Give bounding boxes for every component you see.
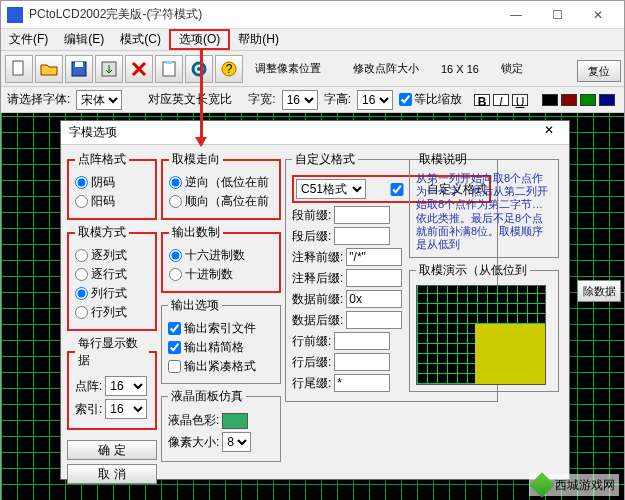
clear-data-button[interactable]: 除数据: [577, 280, 621, 302]
custom-field[interactable]: [334, 206, 390, 224]
direction-option[interactable]: 逆向（低位在前: [169, 174, 273, 191]
watermark: 西城游戏网: [529, 474, 619, 496]
cancel-button[interactable]: 取 消: [67, 464, 157, 484]
svg-rect-5: [166, 61, 172, 64]
custom-field[interactable]: [334, 227, 390, 245]
maximize-button[interactable]: ☐: [537, 3, 577, 27]
menubar: 文件(F)编辑(E)模式(C)选项(O)帮助(H): [1, 29, 624, 51]
output-option[interactable]: 输出紧凑格式: [168, 358, 274, 375]
svg-rect-0: [13, 61, 23, 75]
output-option[interactable]: 输出索引文件: [168, 320, 274, 337]
method-option[interactable]: 逐行式: [75, 266, 149, 283]
dialog-close-button[interactable]: ✕: [537, 123, 561, 143]
ok-button[interactable]: 确 定: [67, 440, 157, 460]
font-options-dialog: 字模选项 ✕ 点阵格式 阴码 阳码 取模方式 逐列式 逐行式 列行式 行列式 每…: [60, 120, 570, 480]
direction-group: 取模走向 逆向（低位在前 顺向（高位在前: [161, 151, 281, 220]
menu-e[interactable]: 编辑(E): [56, 29, 112, 50]
close-button[interactable]: ✕: [578, 3, 618, 27]
radix-option[interactable]: 十进制数: [169, 266, 273, 283]
font-select[interactable]: 宋体: [76, 90, 122, 110]
reset-button[interactable]: 复位: [577, 60, 621, 82]
custom-field[interactable]: [334, 353, 390, 371]
format-select[interactable]: C51格式: [296, 179, 366, 199]
new-file-button[interactable]: [5, 55, 33, 83]
open-button[interactable]: [35, 55, 63, 83]
import-button[interactable]: [95, 55, 123, 83]
pattern-format-group: 点阵格式 阴码 阳码: [67, 151, 157, 220]
select-font-label: 请选择字体:: [7, 91, 70, 108]
minimize-button[interactable]: —: [496, 3, 536, 27]
save-button[interactable]: [65, 55, 93, 83]
method-option[interactable]: 列行式: [75, 285, 149, 302]
radix-group: 输出数制 十六进制数 十进制数: [161, 224, 281, 293]
svg-text:?: ?: [226, 62, 233, 76]
pattern-option[interactable]: 阳码: [75, 193, 149, 210]
custom-field[interactable]: [346, 290, 402, 308]
watermark-text: 西城游戏网: [555, 477, 615, 494]
lock-label: 锁定: [501, 61, 523, 76]
output-options-group: 输出选项 输出索引文件 输出精简格 输出紧凑格式: [161, 297, 281, 384]
width-select[interactable]: 16: [282, 90, 318, 110]
scale-checkbox[interactable]: 等比缩放: [399, 91, 462, 108]
side-buttons: 复位: [577, 60, 621, 82]
size-display: 16 X 16: [441, 63, 479, 75]
index-count-select[interactable]: 16: [105, 399, 147, 419]
menu-o[interactable]: 选项(O): [169, 29, 230, 50]
display-per-row-group: 每行显示数据 点阵:16 索引:16: [67, 335, 157, 430]
menu-f[interactable]: 文件(F): [1, 29, 56, 50]
demo-group: 取模演示（从低位到: [409, 262, 559, 392]
app-icon: [7, 7, 23, 23]
options-row: 请选择字体: 宋体 对应英文长宽比 字宽: 16 字高: 16 等比缩放 B I…: [1, 87, 624, 113]
text-style-buttons[interactable]: B I U: [474, 94, 530, 106]
direction-option[interactable]: 顺向（高位在前: [169, 193, 273, 210]
height-label: 字高:: [324, 91, 351, 108]
modify-size-label: 修改点阵大小: [353, 61, 419, 76]
width-label: 字宽:: [248, 91, 275, 108]
lcd-sim-group: 液晶面板仿真 液晶色彩: 像素大小:8: [161, 388, 281, 462]
svg-rect-2: [75, 62, 83, 67]
lcd-color-swatch[interactable]: [222, 413, 248, 429]
custom-field[interactable]: [346, 248, 402, 266]
explanation-group: 取模说明 从第一列开始向取8个点作为一个字，然后从第二列开始取8个点作为第二字节…: [409, 151, 559, 258]
menu-c[interactable]: 模式(C): [112, 29, 169, 50]
custom-field[interactable]: [334, 374, 390, 392]
method-option[interactable]: 行列式: [75, 304, 149, 321]
explanation-text: 从第一列开始向取8个点作为一个字，然后从第二列开始取8个点作为第二字节…依此类推…: [416, 172, 552, 251]
settings-button[interactable]: [185, 55, 213, 83]
demo-preview: [416, 285, 546, 385]
radix-option[interactable]: 十六进制数: [169, 247, 273, 264]
dialog-titlebar: 字模选项 ✕: [61, 121, 569, 145]
watermark-icon: [529, 472, 554, 497]
dialog-title: 字模选项: [69, 124, 537, 141]
titlebar: PCtoLCD2002完美版-(字符模式) — ☐ ✕: [1, 1, 624, 29]
ratio-label: 对应英文长宽比: [148, 91, 232, 108]
pattern-option[interactable]: 阴码: [75, 174, 149, 191]
dot-count-select[interactable]: 16: [105, 376, 147, 396]
pixel-size-select[interactable]: 8: [222, 432, 251, 452]
output-option[interactable]: 输出精简格: [168, 339, 274, 356]
delete-button[interactable]: [125, 55, 153, 83]
custom-field[interactable]: [346, 269, 402, 287]
custom-field[interactable]: [346, 311, 402, 329]
color-palette[interactable]: [542, 94, 617, 106]
menu-h[interactable]: 帮助(H): [230, 29, 287, 50]
adjust-pixel-label: 调整像素位置: [255, 61, 321, 76]
help-button[interactable]: ?: [215, 55, 243, 83]
method-option[interactable]: 逐列式: [75, 247, 149, 264]
toolbar: ? 调整像素位置 修改点阵大小 16 X 16 锁定: [1, 51, 624, 87]
height-select[interactable]: 16: [357, 90, 393, 110]
window-title: PCtoLCD2002完美版-(字符模式): [29, 6, 496, 23]
svg-rect-4: [163, 62, 175, 76]
custom-field[interactable]: [334, 332, 390, 350]
extraction-method-group: 取模方式 逐列式 逐行式 列行式 行列式: [67, 224, 157, 331]
annotation-arrow: [200, 50, 203, 145]
paste-button[interactable]: [155, 55, 183, 83]
